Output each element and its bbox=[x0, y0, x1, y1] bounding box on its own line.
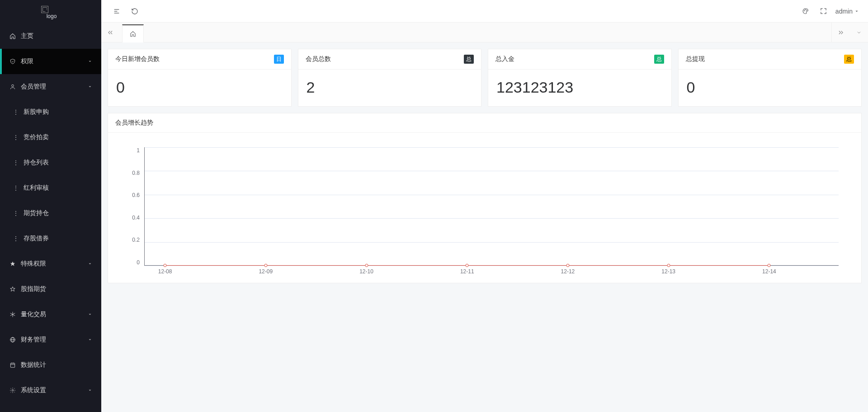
stat-title: 会员总数 bbox=[306, 55, 331, 63]
chevron-down-icon bbox=[88, 337, 92, 342]
stat-title: 总入金 bbox=[495, 55, 514, 63]
dots-icon: ⋮ bbox=[12, 235, 19, 242]
sidebar-item-12[interactable]: 财务管理 bbox=[0, 327, 101, 352]
tabs-scroll-right-button[interactable] bbox=[832, 23, 850, 42]
sidebar-item-label: 股指期货 bbox=[21, 285, 92, 293]
x-tick: 12-13 bbox=[661, 268, 675, 275]
y-tick: 0.6 bbox=[132, 192, 140, 198]
dots-icon: ⋮ bbox=[12, 134, 19, 141]
sidebar-item-label: 持仓列表 bbox=[24, 159, 92, 167]
dots-icon: ⋮ bbox=[12, 210, 19, 217]
sidebar-item-label: 期货持仓 bbox=[24, 209, 92, 217]
chevron-down-icon bbox=[88, 388, 92, 393]
chart-point bbox=[264, 264, 267, 267]
dots-icon: ⋮ bbox=[12, 108, 19, 116]
sidebar-item-label: 竞价拍卖 bbox=[24, 133, 92, 141]
stat-value: 0 bbox=[687, 79, 854, 96]
chart-point bbox=[164, 264, 167, 267]
chevron-down-icon bbox=[88, 312, 92, 317]
tabs-bar bbox=[101, 23, 868, 42]
calendar-icon bbox=[9, 362, 16, 368]
sidebar-item-8[interactable]: ⋮存股借券 bbox=[0, 226, 101, 251]
sidebar-item-label: 财务管理 bbox=[21, 336, 88, 344]
sidebar-item-4[interactable]: ⋮竞价拍卖 bbox=[0, 125, 101, 150]
refresh-button[interactable] bbox=[126, 0, 144, 23]
sidebar-item-label: 主页 bbox=[21, 32, 92, 40]
chart-point bbox=[566, 264, 569, 267]
stat-title: 总提现 bbox=[686, 55, 705, 63]
tab-home[interactable] bbox=[122, 24, 144, 42]
chart-point bbox=[768, 264, 771, 267]
sidebar-item-14[interactable]: 系统设置 bbox=[0, 378, 101, 403]
main: admin 今日新增会员数日0会员总 bbox=[101, 0, 868, 412]
stat-badge: 总 bbox=[844, 55, 854, 64]
user-icon bbox=[9, 84, 16, 90]
y-tick: 1 bbox=[137, 147, 140, 154]
sidebar-item-label: 会员管理 bbox=[21, 83, 88, 91]
logo: logo bbox=[0, 0, 101, 23]
sidebar: logo 主页权限会员管理⋮新股申购⋮竞价拍卖⋮持仓列表⋮红利审核⋮期货持仓⋮存… bbox=[0, 0, 101, 412]
stat-value: 0 bbox=[116, 79, 283, 96]
sidebar-item-13[interactable]: 数据统计 bbox=[0, 352, 101, 378]
sidebar-item-3[interactable]: ⋮新股申购 bbox=[0, 99, 101, 125]
collapse-sidebar-button[interactable] bbox=[108, 0, 126, 23]
fullscreen-button[interactable] bbox=[815, 0, 833, 23]
snow-icon bbox=[9, 311, 16, 318]
sidebar-menu: 主页权限会员管理⋮新股申购⋮竞价拍卖⋮持仓列表⋮红利审核⋮期货持仓⋮存股借券特殊… bbox=[0, 23, 101, 412]
sidebar-item-label: 红利审核 bbox=[24, 184, 92, 192]
stat-title: 今日新增会员数 bbox=[115, 55, 160, 63]
sidebar-item-2[interactable]: 会员管理 bbox=[0, 74, 101, 99]
svg-point-17 bbox=[807, 9, 807, 10]
svg-point-16 bbox=[805, 9, 806, 9]
sidebar-item-label: 数据统计 bbox=[21, 361, 92, 369]
user-menu[interactable]: admin bbox=[833, 8, 862, 15]
y-tick: 0.4 bbox=[132, 215, 140, 221]
x-tick: 12-11 bbox=[460, 268, 474, 275]
sidebar-item-label: 存股借券 bbox=[24, 234, 92, 243]
chart-point bbox=[365, 264, 368, 267]
chart-point bbox=[466, 264, 469, 267]
stat-badge: 总 bbox=[464, 55, 474, 64]
chart-y-axis: 10.80.60.40.20 bbox=[117, 144, 144, 276]
x-tick: 12-09 bbox=[259, 268, 273, 275]
sidebar-item-5[interactable]: ⋮持仓列表 bbox=[0, 150, 101, 175]
tabs-scroll-left-button[interactable] bbox=[101, 23, 119, 42]
star-icon bbox=[9, 261, 16, 267]
y-tick: 0.2 bbox=[132, 237, 140, 243]
globe-icon bbox=[9, 337, 16, 343]
sidebar-item-label: 权限 bbox=[21, 57, 88, 66]
chart-point bbox=[667, 264, 670, 267]
shield-icon bbox=[9, 58, 16, 65]
chevron-down-icon bbox=[88, 262, 92, 266]
stat-card-2: 总入金总123123123 bbox=[488, 49, 672, 107]
user-name: admin bbox=[835, 8, 853, 15]
sidebar-item-11[interactable]: 量化交易 bbox=[0, 302, 101, 327]
gear-icon bbox=[9, 387, 16, 393]
sidebar-item-0[interactable]: 主页 bbox=[0, 23, 101, 49]
sidebar-item-7[interactable]: ⋮期货持仓 bbox=[0, 201, 101, 226]
x-tick: 12-10 bbox=[359, 268, 373, 275]
tabs-more-button[interactable] bbox=[850, 23, 868, 42]
chart-plot: 12-0812-0912-1012-1112-1212-1312-14 bbox=[144, 144, 839, 276]
sidebar-item-label: 系统设置 bbox=[21, 386, 88, 394]
theme-button[interactable] bbox=[797, 0, 815, 23]
dots-icon: ⋮ bbox=[12, 184, 19, 192]
sidebar-item-6[interactable]: ⋮红利审核 bbox=[0, 175, 101, 201]
chevron-down-icon bbox=[88, 84, 92, 89]
svg-point-0 bbox=[12, 84, 14, 87]
home-icon bbox=[9, 33, 16, 39]
chart-card: 会员增长趋势 10.80.60.40.20 12-0812-0912-1012-… bbox=[108, 113, 862, 283]
broken-image-icon: logo bbox=[41, 6, 61, 13]
stat-badge: 总 bbox=[654, 55, 664, 64]
content: 今日新增会员数日0会员总数总2总入金总123123123总提现总0 会员增长趋势… bbox=[101, 42, 868, 412]
caret-down-icon bbox=[854, 9, 859, 14]
svg-rect-7 bbox=[10, 363, 14, 367]
x-tick: 12-12 bbox=[561, 268, 575, 275]
sidebar-item-9[interactable]: 特殊权限 bbox=[0, 251, 101, 276]
chart-x-axis: 12-0812-0912-1012-1112-1212-1312-14 bbox=[144, 267, 839, 276]
sidebar-item-10[interactable]: 股指期货 bbox=[0, 276, 101, 302]
sidebar-item-1[interactable]: 权限 bbox=[0, 49, 101, 74]
stat-value: 123123123 bbox=[496, 79, 663, 96]
star-o-icon bbox=[9, 286, 16, 292]
stat-card-0: 今日新增会员数日0 bbox=[108, 49, 292, 107]
